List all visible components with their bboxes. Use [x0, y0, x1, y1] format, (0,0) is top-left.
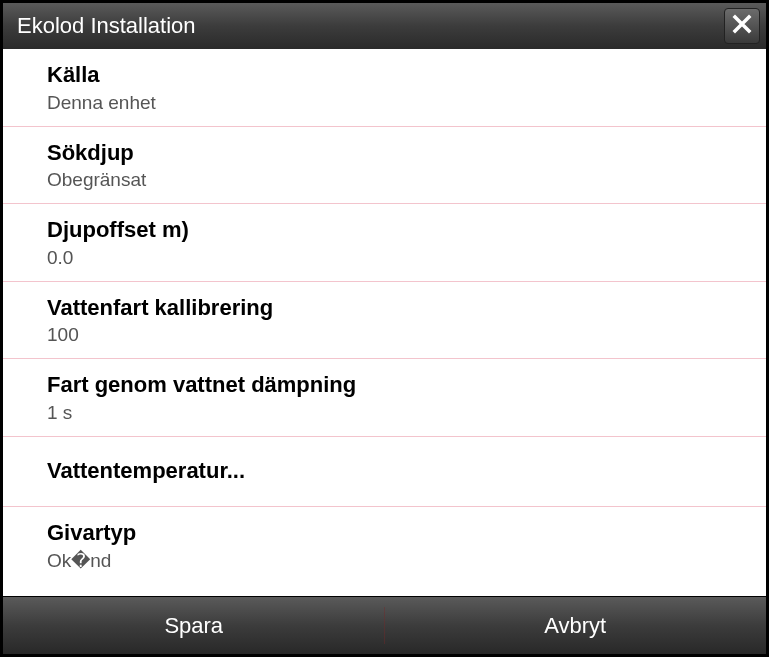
setting-value: Obegränsat: [47, 169, 766, 191]
cancel-button[interactable]: Avbryt: [385, 597, 767, 654]
dialog-window: Ekolod Installation Källa Denna enhet Sö…: [0, 0, 769, 657]
setting-value: 100: [47, 324, 766, 346]
setting-djupoffset[interactable]: Djupoffset m) 0.0: [3, 204, 766, 282]
setting-label: Sökdjup: [47, 139, 766, 168]
settings-list: Källa Denna enhet Sökdjup Obegränsat Dju…: [3, 49, 766, 596]
cancel-label: Avbryt: [544, 613, 606, 639]
setting-sokdjup[interactable]: Sökdjup Obegränsat: [3, 127, 766, 205]
close-icon: [732, 14, 752, 38]
setting-value: 1 s: [47, 402, 766, 424]
setting-label: Källa: [47, 61, 766, 90]
footer: Spara Avbryt: [3, 596, 766, 654]
setting-label: Fart genom vattnet dämpning: [47, 371, 766, 400]
save-label: Spara: [164, 613, 223, 639]
setting-value: Denna enhet: [47, 92, 766, 114]
setting-vattentemperatur[interactable]: Vattentemperatur...: [3, 437, 766, 507]
titlebar: Ekolod Installation: [3, 3, 766, 49]
setting-kalla[interactable]: Källa Denna enhet: [3, 49, 766, 127]
setting-label: Givartyp: [47, 519, 766, 548]
setting-label: Vattenfart kallibrering: [47, 294, 766, 323]
setting-label: Djupoffset m): [47, 216, 766, 245]
setting-givartyp[interactable]: Givartyp Ok�nd: [3, 507, 766, 585]
setting-vattenfart-kallibrering[interactable]: Vattenfart kallibrering 100: [3, 282, 766, 360]
save-button[interactable]: Spara: [3, 597, 385, 654]
setting-value: 0.0: [47, 247, 766, 269]
setting-fart-genom-vattnet[interactable]: Fart genom vattnet dämpning 1 s: [3, 359, 766, 437]
setting-value: Ok�nd: [47, 549, 766, 572]
setting-label: Vattentemperatur...: [47, 457, 766, 486]
window-title: Ekolod Installation: [17, 13, 196, 39]
close-button[interactable]: [724, 8, 760, 44]
